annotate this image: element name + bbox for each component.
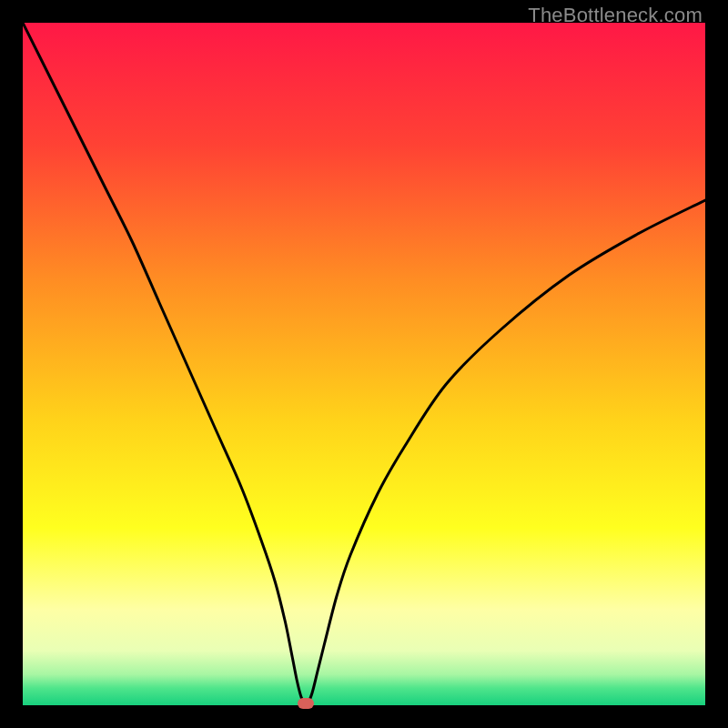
optimum-marker bbox=[298, 698, 314, 709]
chart-frame bbox=[23, 23, 705, 705]
bottleneck-curve bbox=[23, 23, 705, 705]
watermark: TheBottleneck.com bbox=[528, 4, 703, 27]
